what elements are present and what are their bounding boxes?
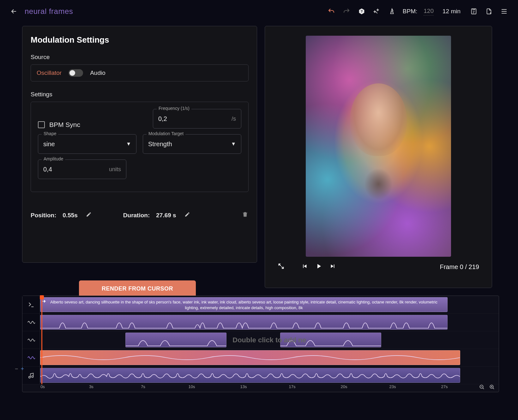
zoom-out-icon[interactable] [479, 384, 485, 391]
render-from-cursor-button[interactable]: RENDER FROM CURSOR [79, 280, 196, 297]
amplitude-input[interactable]: 0,4 units [38, 159, 126, 179]
bpm-sync-checkbox[interactable] [38, 121, 45, 128]
skip-end-icon[interactable] [329, 263, 336, 271]
timeline-playhead[interactable] [41, 296, 42, 384]
timeline-ruler[interactable]: 0s 3s 7s 10s 13s 17s 20s 23s 27s [22, 384, 499, 392]
remove-track-button[interactable]: − [15, 366, 18, 372]
duration-value: 27.69 s [156, 212, 176, 219]
frequency-label: Frequency (1/s) [157, 106, 191, 111]
source-audio-option[interactable]: Audio [90, 69, 105, 76]
modulation-track-2-icon[interactable] [22, 331, 40, 349]
source-toggle-group: Oscillator Audio [31, 64, 249, 81]
chevron-down-icon: ▼ [126, 141, 131, 147]
source-section-label: Source [31, 54, 249, 61]
position-label: Position: [31, 212, 56, 219]
metronome-icon[interactable] [388, 7, 396, 16]
bpm-value[interactable]: 120 [424, 8, 434, 15]
audio-track-icon[interactable] [22, 367, 40, 384]
frame-counter: Frame 0 / 219 [440, 263, 479, 271]
shape-select[interactable]: sine ▼ [38, 134, 136, 154]
magic-wand-icon[interactable] [372, 7, 381, 16]
preview-image [306, 36, 451, 257]
modulation-target-select[interactable]: Strength ▼ [143, 134, 241, 154]
shape-label: Shape [42, 131, 58, 136]
document-export-icon[interactable] [485, 7, 493, 16]
modulation-clip-3[interactable] [40, 350, 460, 365]
timeline: Alberto seveso art, dancing sillhouette … [22, 296, 499, 392]
modulation-clip-2b[interactable] [280, 333, 381, 347]
amplitude-label: Amplitude [42, 156, 65, 161]
panel-title: Modulation Settings [31, 35, 249, 45]
svg-text:?: ? [360, 9, 363, 13]
fullscreen-icon[interactable] [278, 263, 285, 271]
play-icon[interactable] [315, 262, 322, 271]
chevron-down-icon: ▼ [231, 141, 236, 147]
redo-icon[interactable] [342, 7, 351, 16]
modulation-clip-1[interactable] [40, 315, 448, 330]
source-oscillator-option[interactable]: Oscillator [37, 69, 62, 76]
source-toggle-switch[interactable] [69, 69, 83, 77]
modulation-settings-panel: Modulation Settings Source Oscillator Au… [22, 26, 257, 263]
skip-start-icon[interactable] [301, 263, 308, 271]
delete-icon[interactable] [242, 211, 249, 219]
brand-title: neural frames [25, 7, 73, 16]
bpm-sync-label: BPM Sync [49, 121, 80, 129]
edit-duration-icon[interactable] [184, 212, 190, 219]
back-button[interactable] [9, 7, 18, 16]
menu-icon[interactable] [500, 7, 509, 16]
modulation-track-3-icon[interactable] [22, 349, 40, 366]
preview-panel: Frame 0 / 219 [265, 26, 492, 288]
save-icon[interactable] [469, 7, 478, 16]
edit-position-icon[interactable] [86, 212, 92, 219]
duration-label: Duration: [123, 212, 150, 219]
undo-icon[interactable] [327, 7, 336, 16]
settings-section-label: Settings [31, 91, 249, 98]
settings-box: BPM Sync Frequency (1/s) 0,2 /s Shape si… [31, 102, 249, 192]
prompt-clip[interactable]: Alberto seveso art, dancing sillhouette … [40, 297, 448, 312]
audio-clip[interactable] [40, 368, 460, 383]
target-label: Modulation Target [147, 131, 185, 136]
zoom-in-icon[interactable] [489, 384, 495, 391]
bpm-label: BPM: [403, 8, 417, 15]
project-duration: 12 min [443, 8, 461, 15]
modulation-clip-2a[interactable] [125, 333, 226, 347]
frequency-input[interactable]: 0,2 /s [153, 109, 241, 129]
help-icon[interactable]: ? [357, 7, 366, 16]
modulation-track-1-icon[interactable] [22, 314, 40, 331]
add-track-button[interactable]: + [21, 366, 24, 372]
prompt-track-icon[interactable] [22, 296, 40, 313]
position-value: 0.55s [63, 212, 78, 219]
